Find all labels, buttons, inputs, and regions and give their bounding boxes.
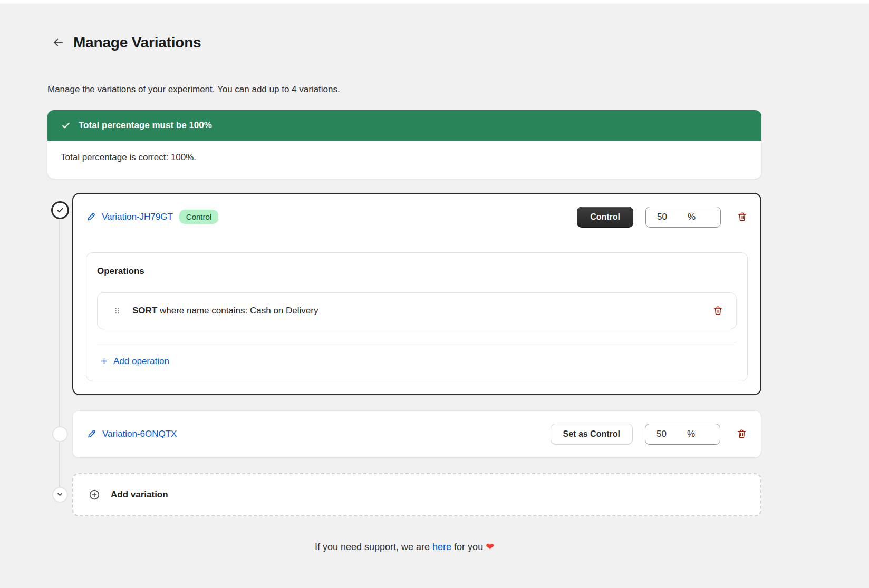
- page-title: Manage Variations: [73, 34, 201, 51]
- variation-card-b: Variation-6ONQTX Set as Control %: [72, 410, 761, 458]
- trash-icon: [736, 428, 747, 439]
- timeline-connector: [59, 210, 60, 495]
- add-variation-label: Add variation: [111, 489, 168, 500]
- percentage-input[interactable]: [657, 212, 681, 222]
- timeline-marker-empty: [47, 426, 72, 442]
- control-button[interactable]: Control: [577, 207, 633, 228]
- variation-name-group[interactable]: Variation-6ONQTX: [86, 429, 177, 439]
- success-banner: Total percentage must be 100% Total perc…: [47, 110, 761, 179]
- heart-icon: ❤: [486, 541, 494, 552]
- variation-controls: Set as Control %: [551, 424, 747, 445]
- variation-controls: Control %: [577, 207, 748, 228]
- top-app-strip: [0, 0, 869, 4]
- page-subtitle: Manage the variations of your experiment…: [47, 84, 761, 95]
- checkmark-circle-icon: [51, 201, 69, 219]
- set-as-control-button[interactable]: Set as Control: [551, 424, 633, 445]
- percentage-field[interactable]: %: [645, 207, 721, 228]
- operations-section: Operations SORT where name contains: Cas…: [86, 252, 748, 381]
- variation-row-b: Variation-6ONQTX Set as Control %: [72, 410, 761, 458]
- percentage-field[interactable]: %: [645, 424, 720, 445]
- trash-icon: [712, 305, 723, 316]
- pencil-icon: [86, 429, 96, 439]
- operation-detail: where name contains: Cash on Delivery: [160, 306, 318, 316]
- variation-name-group[interactable]: Variation-JH79GT: [86, 212, 173, 222]
- success-banner-header: Total percentage must be 100%: [47, 110, 761, 141]
- banner-body: Total percentage is correct: 100%.: [47, 141, 761, 179]
- percent-suffix: %: [687, 429, 695, 439]
- timeline-marker-collapse: [47, 487, 72, 503]
- pencil-icon: [86, 212, 96, 222]
- add-operation-button[interactable]: Add operation: [97, 342, 169, 381]
- variation-card-control: Variation-JH79GT Control Control %: [72, 193, 761, 395]
- operation-description: SORT where name contains: Cash on Delive…: [132, 306, 318, 316]
- back-button[interactable]: [52, 36, 64, 49]
- plus-icon: [100, 357, 108, 365]
- trash-icon: [737, 211, 748, 222]
- footer-text-after: for you: [454, 542, 483, 552]
- delete-operation-button[interactable]: [712, 305, 723, 317]
- page-header: Manage Variations: [47, 24, 761, 61]
- control-badge: Control: [179, 210, 218, 224]
- percentage-input[interactable]: [656, 429, 681, 439]
- variation-row-control: Variation-JH79GT Control Control %: [72, 193, 761, 395]
- timeline-marker-done: [47, 201, 72, 219]
- variation-name-link[interactable]: Variation-6ONQTX: [102, 429, 177, 439]
- percent-suffix: %: [688, 212, 696, 222]
- operation-row: SORT where name contains: Cash on Delive…: [97, 292, 737, 329]
- add-operation-label: Add operation: [113, 356, 169, 367]
- page-container: Manage Variations Manage the variations …: [47, 24, 761, 553]
- chevron-down-icon[interactable]: [52, 487, 68, 503]
- drag-handle-icon[interactable]: [112, 306, 122, 316]
- operation-keyword: SORT: [132, 306, 157, 316]
- operations-heading: Operations: [97, 266, 737, 277]
- plus-circle-icon: [89, 489, 100, 501]
- arrow-left-icon: [52, 36, 64, 48]
- variation-name-link[interactable]: Variation-JH79GT: [102, 212, 173, 222]
- variation-card-header: Variation-JH79GT Control Control %: [86, 206, 748, 228]
- banner-title: Total percentage must be 100%: [79, 120, 212, 131]
- variations-area: Variation-JH79GT Control Control %: [47, 193, 761, 516]
- operations-divider: [97, 342, 737, 342]
- support-link[interactable]: here: [432, 542, 451, 552]
- add-variation-card[interactable]: Add variation: [72, 473, 761, 516]
- footer-text-before: If you need support, we are: [315, 542, 430, 552]
- empty-circle-icon: [52, 426, 68, 442]
- checkmark-icon: [61, 120, 71, 131]
- add-variation-row: Add variation: [72, 473, 761, 516]
- support-footer: If you need support, we are here for you…: [47, 541, 761, 553]
- delete-variation-button[interactable]: [736, 211, 748, 223]
- delete-variation-button[interactable]: [736, 428, 747, 440]
